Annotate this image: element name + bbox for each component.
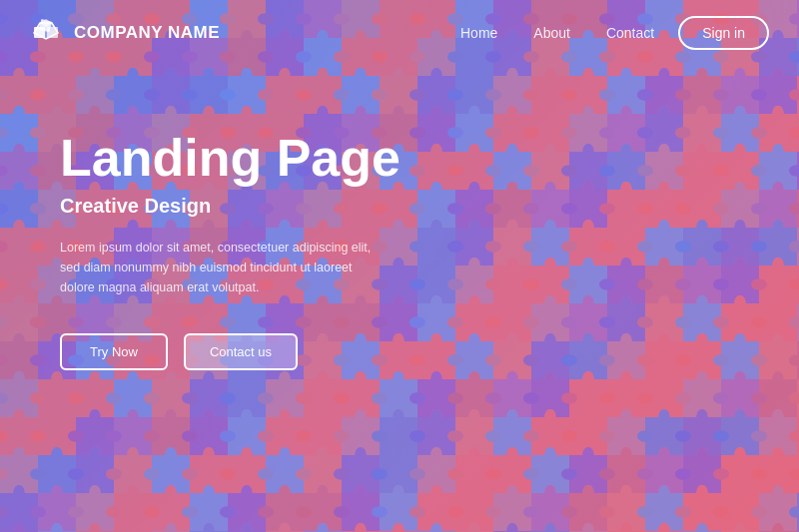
- logo-area: COMPANY NAME: [30, 17, 460, 49]
- navbar: COMPANY NAME Home About Contact Sign in: [0, 0, 799, 66]
- hero-title: Landing Page: [60, 130, 400, 187]
- company-name: COMPANY NAME: [74, 23, 220, 43]
- contact-us-button[interactable]: Contact us: [184, 333, 298, 370]
- hero-description: Lorem ipsum dolor sit amet, consectetuer…: [60, 238, 380, 297]
- nav-home[interactable]: Home: [460, 25, 497, 41]
- hero-content: Landing Page Creative Design Lorem ipsum…: [60, 130, 400, 370]
- sign-in-button[interactable]: Sign in: [678, 16, 769, 50]
- nav-about[interactable]: About: [533, 25, 570, 41]
- cta-buttons: Try Now Contact us: [60, 333, 400, 370]
- nav-links: Home About Contact: [460, 25, 654, 41]
- try-now-button[interactable]: Try Now: [60, 333, 168, 370]
- nav-contact[interactable]: Contact: [606, 25, 654, 41]
- logo-icon: [30, 17, 62, 49]
- hero-subtitle: Creative Design: [60, 195, 400, 218]
